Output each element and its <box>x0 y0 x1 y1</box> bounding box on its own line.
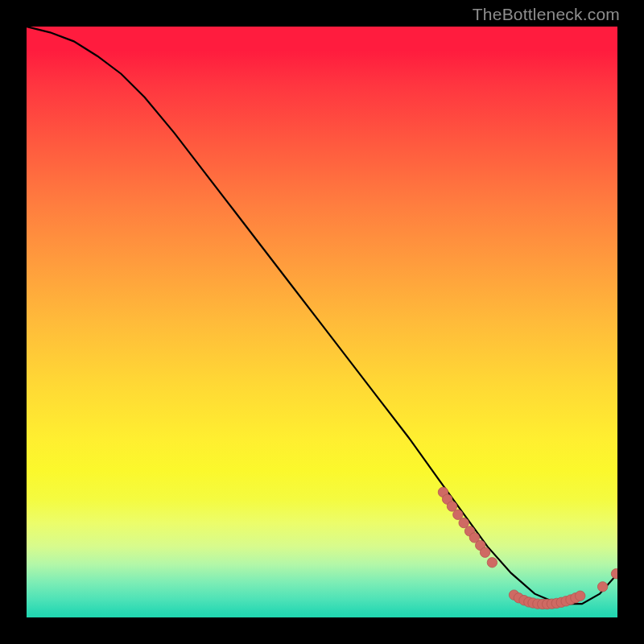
data-point <box>611 568 617 578</box>
data-point <box>480 547 489 557</box>
plot-area <box>27 27 617 617</box>
watermark-text: TheBottleneck.com <box>473 5 620 24</box>
data-point <box>447 502 456 511</box>
data-point <box>453 510 463 519</box>
chart-svg <box>27 27 617 617</box>
data-point <box>576 591 585 601</box>
bottleneck-curve <box>27 27 617 604</box>
data-points <box>438 487 617 609</box>
chart-stage: TheBottleneck.com <box>0 0 644 644</box>
data-point <box>459 518 469 527</box>
data-point <box>487 558 497 568</box>
data-point <box>597 582 607 592</box>
